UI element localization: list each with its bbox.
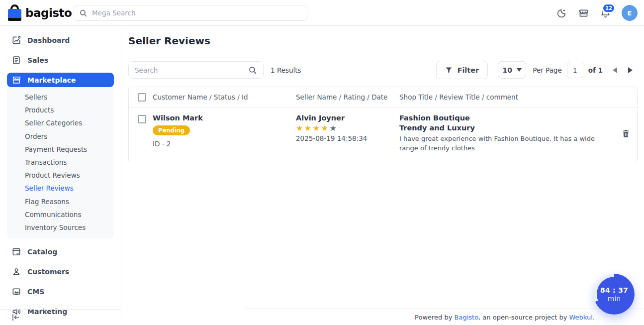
reviews-table: Customer Name / Status / Id Seller Name … [128, 87, 638, 162]
sidebar-subitem-seller-reviews[interactable]: Seller Reviews [7, 182, 114, 195]
customers-icon [11, 267, 21, 277]
sidebar-subitem-sellers[interactable]: Sellers [7, 91, 114, 104]
sidebar-subitem-orders[interactable]: Orders [7, 130, 114, 143]
sidebar-collapse-icon[interactable] [11, 313, 20, 322]
sidebar-item-label: Catalog [27, 248, 57, 256]
catalog-icon [11, 247, 21, 257]
filter-funnel-icon [445, 66, 453, 74]
footer-text: . [593, 314, 595, 321]
sidebar-subitem-communications[interactable]: Communications [7, 208, 114, 221]
search-icon [79, 9, 88, 17]
seller-name: Alvin Joyner [296, 114, 399, 122]
sidebar-item-label: CMS [27, 288, 44, 296]
page-footer: Powered by Bagisto, an open-source proje… [244, 309, 644, 325]
main-content: Seller Reviews 1 Results Filter 10 P [122, 26, 644, 325]
datagrid-search-input[interactable] [135, 66, 244, 74]
per-page-value: 10 [503, 66, 512, 74]
page-title: Seller Reviews [128, 35, 644, 47]
sidebar: Dashboard Sales Marketplace Sellers Prod… [0, 26, 121, 325]
review-id: ID - 2 [153, 140, 296, 148]
sidebar-item-dashboard[interactable]: Dashboard [7, 33, 114, 47]
table-row: Wilson Mark Pending ID - 2 Alvin Joyner … [129, 108, 637, 162]
sidebar-subitem-product-reviews[interactable]: Product Reviews [7, 169, 114, 182]
review-title: Trendy and Luxury [399, 124, 614, 132]
filter-button[interactable]: Filter [436, 61, 488, 79]
mega-search-input[interactable] [92, 9, 302, 17]
page-total-label: of 1 [588, 66, 603, 74]
user-avatar[interactable]: E [622, 5, 638, 21]
sidebar-subitem-seller-categories[interactable]: Seller Categories [7, 116, 114, 129]
column-header-customer: Customer Name / Status / Id [153, 93, 296, 101]
sidebar-item-cms[interactable]: CMS [7, 284, 114, 299]
per-page-select[interactable]: 10 [498, 61, 526, 79]
previous-page-icon[interactable] [613, 67, 617, 73]
top-header: bagisto 12 E [0, 0, 644, 26]
brand-logo[interactable]: bagisto [8, 4, 72, 21]
marketplace-submenu: Sellers Products Seller Categories Order… [7, 87, 114, 238]
sidebar-subitem-flag-reasons[interactable]: Flag Reasons [7, 195, 114, 208]
sidebar-subitem-transactions[interactable]: Transactions [7, 156, 114, 169]
sidebar-subitem-inventory-sources[interactable]: Inventory Sources [7, 221, 114, 234]
sidebar-item-sales[interactable]: Sales [7, 53, 114, 67]
filter-label: Filter [457, 66, 479, 74]
brand-name: bagisto [25, 6, 72, 19]
sales-icon [11, 55, 21, 65]
storefront-icon[interactable] [578, 7, 589, 18]
sidebar-item-catalog[interactable]: Catalog [7, 244, 114, 259]
notification-count-badge: 12 [602, 3, 615, 13]
next-page-icon[interactable] [628, 67, 633, 73]
sidebar-footer [0, 309, 121, 325]
session-timer-badge[interactable]: 84 : 37 min [594, 274, 635, 315]
review-comment: I have great experience with Fashion Bou… [399, 134, 601, 153]
shop-cell: Fashion Boutique Trendy and Luxury I hav… [399, 114, 614, 153]
bagisto-bag-icon [8, 4, 21, 21]
customer-name: Wilson Mark [153, 114, 296, 122]
dark-mode-icon[interactable] [556, 7, 567, 18]
table-header-row: Customer Name / Status / Id Seller Name … [129, 87, 637, 108]
seller-cell: Alvin Joyner ★★★★★ 2025-08-19 14:58:34 [296, 114, 399, 142]
chevron-down-icon [517, 68, 522, 72]
status-badge: Pending [153, 125, 190, 135]
timer-unit: min [608, 295, 621, 303]
sidebar-item-marketplace[interactable]: Marketplace [7, 73, 114, 87]
results-count: 1 Results [271, 66, 301, 74]
footer-text: , an open-source project by [478, 314, 569, 321]
timer-value: 84 : 37 [600, 286, 628, 294]
webkul-link[interactable]: Webkul [569, 314, 592, 321]
dashboard-icon [11, 35, 21, 45]
rating-stars: ★★★★★ [296, 123, 399, 133]
cms-icon [11, 287, 21, 297]
bagisto-link[interactable]: Bagisto [455, 314, 479, 321]
customer-cell: Wilson Mark Pending ID - 2 [153, 114, 296, 148]
delete-trash-icon[interactable] [614, 129, 637, 137]
sidebar-item-label: Sales [27, 56, 48, 64]
mega-search[interactable] [74, 5, 307, 21]
datagrid-search[interactable] [128, 61, 264, 79]
page-number-input[interactable] [567, 62, 583, 78]
footer-text: Powered by [415, 314, 454, 321]
sidebar-item-label: Customers [27, 268, 69, 276]
shop-title: Fashion Boutique [399, 114, 614, 122]
select-all-checkbox[interactable] [138, 93, 146, 102]
notifications-bell-icon[interactable]: 12 [600, 7, 611, 18]
sidebar-item-label: Marketplace [27, 76, 76, 84]
sidebar-subitem-products[interactable]: Products [7, 104, 114, 116]
search-icon[interactable] [248, 66, 257, 75]
column-header-shop: Shop Title / Review Title / comment [399, 93, 614, 101]
row-checkbox[interactable] [138, 115, 146, 123]
per-page-label: Per Page [533, 66, 562, 74]
sidebar-item-customers[interactable]: Customers [7, 264, 114, 279]
review-date: 2025-08-19 14:58:34 [296, 134, 399, 142]
column-header-seller: Seller Name / Rating / Date [296, 93, 399, 101]
sidebar-item-label: Dashboard [27, 36, 70, 44]
sidebar-subitem-payment-requests[interactable]: Payment Requests [7, 143, 114, 156]
marketplace-icon [11, 75, 21, 85]
datagrid-toolbar: 1 Results Filter 10 Per Page of 1 [128, 61, 638, 79]
